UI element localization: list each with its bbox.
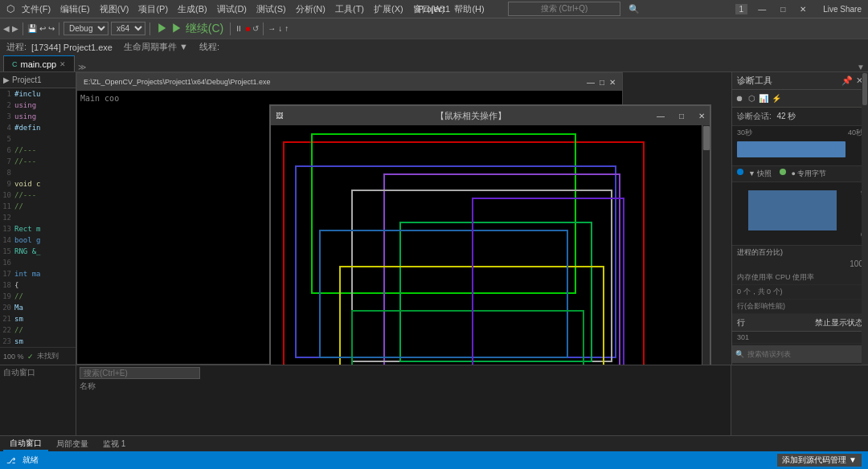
code-line: 20 Ma <box>0 302 76 313</box>
back-button[interactable]: ◀ <box>3 24 10 33</box>
code-line: 9 void c <box>0 178 76 190</box>
right-bottom-col2: 禁止显示状态 <box>815 317 863 328</box>
zoom-level[interactable]: 100 % <box>3 353 24 361</box>
forward-button[interactable]: ▶ <box>12 24 18 33</box>
right-scroll-thumb[interactable] <box>862 73 867 105</box>
opencv-scrollbar-v[interactable] <box>702 125 710 365</box>
diag-session-label: 诊断会话: <box>737 112 772 120</box>
app: ⬡ 文件(F) 编辑(E) 视图(V) 项目(P) 生成(B) 调试(D) 测试… <box>0 0 868 469</box>
bottom-right-panel <box>731 365 868 435</box>
code-line: 4 #defin <box>0 122 76 133</box>
menu-ext[interactable]: 扩展(X) <box>371 3 406 15</box>
legend-byte-label[interactable]: ● 专用字节 <box>791 169 826 179</box>
step-over-icon[interactable]: → <box>268 24 276 33</box>
diag-heap-icon[interactable]: ⬡ <box>748 94 755 103</box>
code-line: 12 <box>0 212 76 223</box>
continue-button[interactable]: ▶ ▶ 继续(C) <box>154 22 226 36</box>
menu-edit[interactable]: 编辑(E) <box>58 3 92 15</box>
code-line: 5 <box>0 133 76 145</box>
menu-view[interactable]: 视图(V) <box>97 3 132 15</box>
search-box-title[interactable]: 搜索 (Ctrl+Q) <box>508 2 621 16</box>
add-code-label[interactable]: 添加到源代码管理 ▼ <box>777 454 862 467</box>
vs-win-min[interactable]: — <box>587 78 595 87</box>
code-line: 17 int ma <box>0 268 76 279</box>
code-line: 3 using <box>0 111 76 122</box>
collapse-panel-icon[interactable]: ▼ <box>857 63 865 71</box>
diag-process-label: 进程的百分比) <box>732 246 868 259</box>
restart-icon[interactable]: ↺ <box>252 24 259 33</box>
timeline-labels: 30秒 40秒 <box>732 126 868 140</box>
diag-pin-icon[interactable]: 📌 <box>841 75 853 86</box>
diag-chart: 9 0 <box>732 182 868 247</box>
undo-button[interactable]: ↩ <box>39 24 46 33</box>
code-area[interactable]: 1 #inclu 2 using 3 using 4 #defin 5 <box>0 88 76 347</box>
stop-icon[interactable]: ■ <box>245 24 250 33</box>
diag-event-icon[interactable]: ⚡ <box>772 94 781 103</box>
ready-label: 就绪 <box>23 455 39 466</box>
opencv-window-title: 【鼠标相关操作】 <box>436 110 506 122</box>
diag-heap-row: 行(会影响性能) <box>732 300 868 314</box>
opencv-canvas <box>271 125 710 365</box>
vs-window-path: E:\ZL_OpenCV_Projects\Project1\x64\Debug… <box>84 78 271 86</box>
menu-build[interactable]: 生成(B) <box>175 3 210 15</box>
liveshare-button[interactable]: Live Share <box>823 5 862 14</box>
title-bar: ⬡ 文件(F) 编辑(E) 视图(V) 项目(P) 生成(B) 调试(D) 测试… <box>0 0 868 18</box>
opencv-window-icon: 🖼 <box>276 112 283 120</box>
menu-tools[interactable]: 工具(T) <box>333 3 366 15</box>
step-out-icon[interactable]: ↑ <box>285 24 289 33</box>
step-into-icon[interactable]: ↓ <box>278 24 282 33</box>
ocv-min[interactable]: — <box>657 112 665 120</box>
opencv-window[interactable]: 🖼 【鼠标相关操作】 — □ ✕ <box>269 104 711 365</box>
right-search-box[interactable]: 🔍 <box>732 345 868 363</box>
right-scrollbar[interactable] <box>862 72 868 365</box>
code-line: 10 //--- <box>0 190 76 201</box>
maximize-button[interactable]: □ <box>776 3 789 15</box>
tab-close-icon[interactable]: ✕ <box>59 60 66 68</box>
tab-overflow[interactable]: ≫ <box>78 63 86 71</box>
opencv-scroll-thumb-v[interactable] <box>703 126 710 150</box>
arch-dropdown[interactable]: x64 <box>111 22 145 35</box>
right-panel: 诊断工具 📌 ✕ ⏺ ⬡ 📊 ⚡ 诊断会话: 42 秒 30 <box>731 72 868 365</box>
diagnostics-header: 诊断工具 📌 ✕ <box>732 72 868 90</box>
code-line: 1 #inclu <box>0 88 76 100</box>
bottom-search-input[interactable] <box>80 367 200 379</box>
git-icon: ⎇ <box>6 456 16 465</box>
vs-win-max[interactable]: □ <box>600 78 604 87</box>
menu-help[interactable]: 帮助(H) <box>452 3 486 15</box>
menu-project[interactable]: 项目(P) <box>136 3 170 15</box>
menu-debug[interactable]: 调试(D) <box>215 3 249 15</box>
sep5 <box>263 22 264 35</box>
diag-cpu-icon[interactable]: 📊 <box>759 94 768 103</box>
search-input-right[interactable] <box>747 350 865 358</box>
btab-local[interactable]: 局部变量 <box>50 438 95 451</box>
sep3 <box>149 22 150 35</box>
menu-test[interactable]: 测试(S) <box>254 3 289 15</box>
menu-analyze[interactable]: 分析(N) <box>293 3 328 15</box>
ocv-max[interactable]: □ <box>679 112 684 120</box>
title-center: Project1 <box>418 4 450 14</box>
lifecycle-dropdown[interactable]: 生命周期事件 ▼ <box>124 41 188 53</box>
auto-window-label: 自动窗口 <box>3 367 72 378</box>
btab-auto[interactable]: 自动窗口 <box>3 437 48 451</box>
search-icon-right: 🔍 <box>735 350 744 358</box>
legend-fast-label[interactable]: ▼ 快照 <box>748 169 772 179</box>
menu-file[interactable]: 文件(F) <box>19 3 53 15</box>
bottom-search-panel: 名称 <box>76 365 731 435</box>
minimize-button[interactable]: — <box>754 3 770 15</box>
close-button[interactable]: ✕ <box>796 3 810 15</box>
tab-main-cpp[interactable]: C main.cpp ✕ <box>3 55 75 71</box>
status-right: 添加到源代码管理 ▼ <box>777 454 862 467</box>
btab-watch[interactable]: 监视 1 <box>96 438 132 451</box>
redo-button[interactable]: ↪ <box>48 24 55 33</box>
code-line: 22 // <box>0 324 76 336</box>
diag-record-icon[interactable]: ⏺ <box>735 94 743 103</box>
right-bottom-col: 行 <box>737 317 745 328</box>
save-button[interactable]: 💾 <box>27 24 37 33</box>
threads-label: 线程: <box>199 41 219 53</box>
pause-icon[interactable]: ⏸ <box>235 24 243 33</box>
vs-win-close[interactable]: ✕ <box>609 78 616 87</box>
debug-config-dropdown[interactable]: Debug <box>63 22 108 35</box>
code-line: 15 RNG &_ <box>0 246 76 257</box>
ocv-close[interactable]: ✕ <box>698 112 705 120</box>
timeline-label-30: 30秒 <box>737 128 752 138</box>
